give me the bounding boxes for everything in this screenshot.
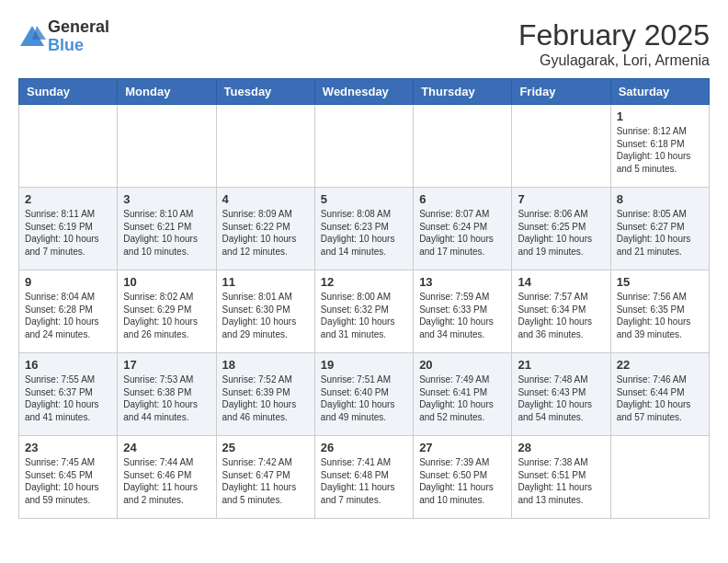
calendar-week-row: 23Sunrise: 7:45 AM Sunset: 6:45 PM Dayli… bbox=[19, 436, 710, 519]
day-number: 4 bbox=[222, 192, 309, 206]
day-info: Sunrise: 7:51 AM Sunset: 6:40 PM Dayligh… bbox=[321, 373, 407, 423]
calendar-week-row: 1Sunrise: 8:12 AM Sunset: 6:18 PM Daylig… bbox=[19, 105, 710, 188]
day-info: Sunrise: 8:10 AM Sunset: 6:21 PM Dayligh… bbox=[123, 208, 210, 258]
calendar-week-row: 9Sunrise: 8:04 AM Sunset: 6:28 PM Daylig… bbox=[19, 270, 710, 353]
calendar-day-17: 17Sunrise: 7:53 AM Sunset: 6:38 PM Dayli… bbox=[118, 353, 216, 436]
day-number: 28 bbox=[518, 441, 604, 454]
day-info: Sunrise: 7:59 AM Sunset: 6:33 PM Dayligh… bbox=[419, 291, 506, 340]
calendar-day-28: 28Sunrise: 7:38 AM Sunset: 6:51 PM Dayli… bbox=[512, 436, 610, 519]
calendar-day-14: 14Sunrise: 7:57 AM Sunset: 6:34 PM Dayli… bbox=[512, 270, 610, 353]
calendar-table: SundayMondayTuesdayWednesdayThursdayFrid… bbox=[18, 78, 710, 519]
day-info: Sunrise: 7:38 AM Sunset: 6:51 PM Dayligh… bbox=[518, 456, 604, 506]
calendar-empty-cell bbox=[512, 105, 610, 188]
logo-icon bbox=[18, 23, 46, 51]
day-number: 25 bbox=[222, 441, 309, 454]
day-info: Sunrise: 8:05 AM Sunset: 6:27 PM Dayligh… bbox=[617, 208, 703, 258]
day-number: 20 bbox=[419, 358, 506, 372]
day-number: 19 bbox=[321, 358, 407, 372]
calendar-day-3: 3Sunrise: 8:10 AM Sunset: 6:21 PM Daylig… bbox=[118, 188, 216, 270]
calendar-day-7: 7Sunrise: 8:06 AM Sunset: 6:25 PM Daylig… bbox=[512, 188, 610, 270]
calendar-day-1: 1Sunrise: 8:12 AM Sunset: 6:18 PM Daylig… bbox=[610, 105, 709, 188]
calendar-day-12: 12Sunrise: 8:00 AM Sunset: 6:32 PM Dayli… bbox=[314, 270, 413, 353]
day-number: 17 bbox=[123, 358, 210, 372]
day-info: Sunrise: 7:44 AM Sunset: 6:46 PM Dayligh… bbox=[123, 456, 210, 506]
calendar-empty-cell bbox=[216, 105, 314, 188]
calendar-day-13: 13Sunrise: 7:59 AM Sunset: 6:33 PM Dayli… bbox=[414, 270, 512, 353]
day-info: Sunrise: 8:02 AM Sunset: 6:29 PM Dayligh… bbox=[123, 291, 210, 340]
day-number: 6 bbox=[419, 192, 506, 206]
day-info: Sunrise: 8:08 AM Sunset: 6:23 PM Dayligh… bbox=[321, 208, 407, 258]
calendar-empty-cell bbox=[19, 105, 118, 188]
weekday-header-friday: Friday bbox=[512, 79, 610, 105]
day-info: Sunrise: 7:42 AM Sunset: 6:47 PM Dayligh… bbox=[222, 456, 309, 506]
day-info: Sunrise: 8:12 AM Sunset: 6:18 PM Dayligh… bbox=[617, 125, 703, 175]
day-number: 21 bbox=[518, 358, 604, 372]
day-info: Sunrise: 7:57 AM Sunset: 6:34 PM Dayligh… bbox=[518, 291, 604, 340]
day-number: 8 bbox=[617, 192, 703, 206]
calendar-empty-cell bbox=[414, 105, 512, 188]
calendar-day-16: 16Sunrise: 7:55 AM Sunset: 6:37 PM Dayli… bbox=[19, 353, 118, 436]
day-info: Sunrise: 7:52 AM Sunset: 6:39 PM Dayligh… bbox=[222, 373, 309, 423]
day-number: 5 bbox=[321, 192, 407, 206]
day-info: Sunrise: 7:41 AM Sunset: 6:48 PM Dayligh… bbox=[321, 456, 407, 506]
calendar-day-24: 24Sunrise: 7:44 AM Sunset: 6:46 PM Dayli… bbox=[118, 436, 216, 519]
day-number: 22 bbox=[617, 358, 703, 372]
weekday-header-saturday: Saturday bbox=[610, 79, 709, 105]
calendar-day-4: 4Sunrise: 8:09 AM Sunset: 6:22 PM Daylig… bbox=[216, 188, 314, 270]
day-number: 16 bbox=[25, 358, 111, 372]
page-header: General Blue February 2025 Gyulagarak, L… bbox=[18, 18, 710, 69]
day-info: Sunrise: 8:06 AM Sunset: 6:25 PM Dayligh… bbox=[518, 208, 604, 258]
logo-text: General Blue bbox=[48, 18, 109, 55]
day-info: Sunrise: 8:07 AM Sunset: 6:24 PM Dayligh… bbox=[419, 208, 506, 258]
calendar-header-row: SundayMondayTuesdayWednesdayThursdayFrid… bbox=[19, 79, 710, 105]
day-info: Sunrise: 7:55 AM Sunset: 6:37 PM Dayligh… bbox=[25, 373, 111, 423]
logo-blue-text: Blue bbox=[48, 37, 109, 55]
calendar-day-21: 21Sunrise: 7:48 AM Sunset: 6:43 PM Dayli… bbox=[512, 353, 610, 436]
day-number: 13 bbox=[419, 275, 506, 289]
day-info: Sunrise: 7:45 AM Sunset: 6:45 PM Dayligh… bbox=[25, 456, 111, 506]
calendar-day-23: 23Sunrise: 7:45 AM Sunset: 6:45 PM Dayli… bbox=[19, 436, 118, 519]
day-number: 10 bbox=[123, 275, 210, 289]
location: Gyulagarak, Lori, Armenia bbox=[518, 52, 710, 69]
day-info: Sunrise: 7:46 AM Sunset: 6:44 PM Dayligh… bbox=[617, 373, 703, 423]
logo-general-text: General bbox=[48, 18, 109, 37]
day-info: Sunrise: 7:56 AM Sunset: 6:35 PM Dayligh… bbox=[617, 291, 703, 340]
day-number: 23 bbox=[25, 441, 111, 454]
calendar-day-2: 2Sunrise: 8:11 AM Sunset: 6:19 PM Daylig… bbox=[19, 188, 118, 270]
day-number: 26 bbox=[321, 441, 407, 454]
day-number: 2 bbox=[25, 192, 111, 206]
day-info: Sunrise: 7:53 AM Sunset: 6:38 PM Dayligh… bbox=[123, 373, 210, 423]
day-number: 12 bbox=[321, 275, 407, 289]
day-number: 3 bbox=[123, 192, 210, 206]
logo: General Blue bbox=[18, 18, 109, 55]
day-number: 14 bbox=[518, 275, 604, 289]
calendar-day-22: 22Sunrise: 7:46 AM Sunset: 6:44 PM Dayli… bbox=[610, 353, 709, 436]
calendar-day-18: 18Sunrise: 7:52 AM Sunset: 6:39 PM Dayli… bbox=[216, 353, 314, 436]
weekday-header-thursday: Thursday bbox=[414, 79, 512, 105]
calendar-day-20: 20Sunrise: 7:49 AM Sunset: 6:41 PM Dayli… bbox=[414, 353, 512, 436]
calendar-empty-cell bbox=[314, 105, 413, 188]
day-number: 15 bbox=[617, 275, 703, 289]
day-number: 18 bbox=[222, 358, 309, 372]
weekday-header-sunday: Sunday bbox=[19, 79, 118, 105]
day-info: Sunrise: 8:04 AM Sunset: 6:28 PM Dayligh… bbox=[25, 291, 111, 340]
calendar-empty-cell bbox=[610, 436, 709, 519]
day-info: Sunrise: 7:48 AM Sunset: 6:43 PM Dayligh… bbox=[518, 373, 604, 423]
day-info: Sunrise: 7:39 AM Sunset: 6:50 PM Dayligh… bbox=[419, 456, 506, 506]
calendar-empty-cell bbox=[118, 105, 216, 188]
calendar-day-11: 11Sunrise: 8:01 AM Sunset: 6:30 PM Dayli… bbox=[216, 270, 314, 353]
month-title: February 2025 bbox=[518, 18, 710, 52]
calendar-day-10: 10Sunrise: 8:02 AM Sunset: 6:29 PM Dayli… bbox=[118, 270, 216, 353]
calendar-day-6: 6Sunrise: 8:07 AM Sunset: 6:24 PM Daylig… bbox=[414, 188, 512, 270]
calendar-week-row: 2Sunrise: 8:11 AM Sunset: 6:19 PM Daylig… bbox=[19, 188, 710, 270]
weekday-header-tuesday: Tuesday bbox=[216, 79, 314, 105]
day-number: 27 bbox=[419, 441, 506, 454]
calendar-day-19: 19Sunrise: 7:51 AM Sunset: 6:40 PM Dayli… bbox=[314, 353, 413, 436]
weekday-header-wednesday: Wednesday bbox=[314, 79, 413, 105]
day-info: Sunrise: 8:00 AM Sunset: 6:32 PM Dayligh… bbox=[321, 291, 407, 340]
day-info: Sunrise: 8:09 AM Sunset: 6:22 PM Dayligh… bbox=[222, 208, 309, 258]
day-info: Sunrise: 7:49 AM Sunset: 6:41 PM Dayligh… bbox=[419, 373, 506, 423]
day-info: Sunrise: 8:01 AM Sunset: 6:30 PM Dayligh… bbox=[222, 291, 309, 340]
calendar-day-25: 25Sunrise: 7:42 AM Sunset: 6:47 PM Dayli… bbox=[216, 436, 314, 519]
calendar-day-15: 15Sunrise: 7:56 AM Sunset: 6:35 PM Dayli… bbox=[610, 270, 709, 353]
